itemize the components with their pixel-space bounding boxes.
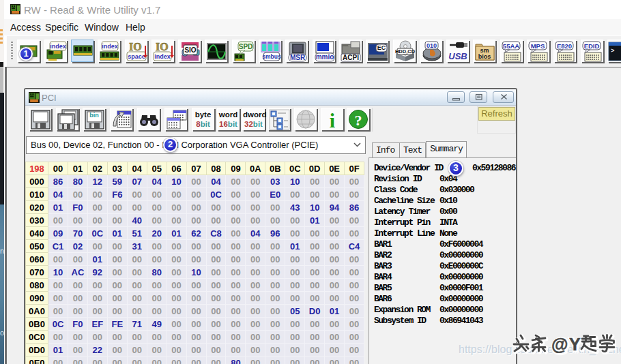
svg-text:SIO: SIO [184,46,196,54]
svg-text:IO: IO [156,41,169,52]
svg-text:E820: E820 [557,42,572,50]
svg-text:>: > [611,48,614,55]
svg-text:index: index [50,43,66,50]
svg-text:USB: USB [448,51,467,61]
svg-text:EDID: EDID [584,42,600,50]
svg-text:mmio: mmio [316,53,334,61]
svg-text:55AA: 55AA [503,42,519,50]
svg-text:MPS: MPS [531,42,545,50]
svg-text:HDD,CD: HDD,CD [395,48,416,55]
svg-text:i: i [330,109,335,131]
svg-text:?: ? [355,112,362,129]
svg-text:ACPI: ACPI [343,54,359,61]
svg-text:010: 010 [427,42,437,49]
svg-text:index: index [154,53,171,60]
svg-text:IO: IO [129,41,142,52]
svg-text:MSR: MSR [290,54,306,61]
svg-text:SPD: SPD [239,43,253,50]
svg-text:space: space [128,53,145,60]
svg-text:index: index [102,43,118,50]
svg-text:bios: bios [478,53,491,60]
svg-text:EC: EC [377,44,386,51]
svg-text:smbus: smbus [262,53,281,60]
svg-text:bin: bin [89,112,99,119]
